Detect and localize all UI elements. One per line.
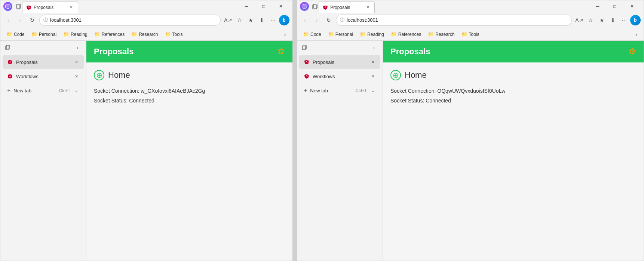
close-btn-2[interactable]: ✕	[623, 0, 641, 12]
address-info-icon-1: ⓘ	[43, 17, 48, 23]
refresh-btn-2[interactable]: ↻	[324, 15, 334, 25]
new-tab-label-1: New tab	[13, 88, 31, 93]
web-content-1: Proposals ⚙ ⊕ Home Socket Connection: w_…	[86, 41, 292, 261]
bookmark-tools-2[interactable]: 📁 Tools	[459, 30, 482, 38]
home-section-2: ⊕ Home	[390, 70, 636, 80]
title-bar-left-1	[3, 2, 22, 11]
bookmark-personal-1[interactable]: 📁 Personal	[28, 30, 59, 38]
tab-title-proposals-1: Proposals	[34, 5, 66, 10]
settings-gear-icon-1[interactable]: ⚙	[277, 47, 285, 56]
collections-btn-1[interactable]: ★	[245, 15, 256, 25]
win-titlebar-1: Proposals ✕ ─ □ ✕	[0, 0, 292, 12]
address-text-1: localhost:3001	[50, 17, 217, 23]
minimize-btn-2[interactable]: ─	[589, 0, 606, 12]
bing-btn-1[interactable]: b	[279, 15, 289, 25]
bookmark-reading-2[interactable]: 📁 Reading	[357, 30, 387, 38]
sidebar-collapse-btn-2[interactable]: ›	[370, 44, 378, 52]
browser-tab-proposals-2[interactable]: Proposals ✕	[319, 1, 375, 13]
collections-btn-2[interactable]: ★	[597, 15, 607, 25]
tab-close-proposals-2[interactable]: ✕	[365, 4, 371, 10]
socket-status-1: Socket Status: Connected	[94, 98, 285, 104]
browser-window-2: Proposals ✕ ─ □ ✕ ‹ › ↻ ⓘ localhost:3001…	[297, 0, 644, 261]
refresh-btn-1[interactable]: ↻	[27, 15, 37, 25]
sidebar-new-tab-2[interactable]: + New tab Ctrl+T ⌄	[299, 84, 380, 97]
tab-strip-copy-icon-2[interactable]	[311, 3, 319, 10]
bookmark-references-1[interactable]: 📁 References	[91, 30, 128, 38]
sidebar-tab-workflows-2[interactable]: Workflows ✕	[299, 70, 380, 83]
toolbar-actions-1: 𝖠↗ ☆ ★ ⬇ ⋯ b	[223, 15, 289, 25]
maximize-btn-2[interactable]: □	[606, 0, 623, 12]
title-bar-left-2	[300, 2, 319, 11]
browser-tab-proposals-1[interactable]: Proposals ✕	[22, 1, 78, 13]
address-text-2: localhost:3001	[347, 17, 568, 23]
bookmark-research-2[interactable]: 📁 Research	[425, 30, 457, 38]
favorites-btn-2[interactable]: ☆	[585, 15, 596, 25]
bookmark-code-1[interactable]: 📁 Code	[3, 30, 28, 38]
bookmarks-more-1[interactable]: ›	[280, 30, 289, 39]
new-tab-dropdown-1[interactable]: ⌄	[73, 87, 79, 93]
download-btn-1[interactable]: ⬇	[257, 15, 267, 25]
read-aloud-btn-1[interactable]: 𝖠↗	[223, 15, 233, 25]
address-bar-2[interactable]: ⓘ localhost:3001	[336, 15, 572, 26]
sidebar-tab-proposals-2[interactable]: Proposals ✕	[299, 55, 380, 69]
web-content-2: Proposals ⚙ ⊕ Home Socket Connection: OQ…	[383, 41, 644, 261]
back-btn-2[interactable]: ‹	[300, 15, 310, 25]
sidebar-tab-close-proposals-1[interactable]: ✕	[73, 59, 79, 65]
address-bar-1[interactable]: ⓘ localhost:3001	[39, 15, 221, 26]
browser-content-1: › Proposals ✕	[0, 41, 292, 261]
new-tab-shortcut-2: Ctrl+T	[356, 88, 367, 93]
new-tab-label-2: New tab	[310, 88, 328, 93]
app-header-1: Proposals ⚙	[86, 41, 292, 62]
home-section-1: ⊕ Home	[94, 70, 285, 80]
bing-btn-2[interactable]: b	[630, 15, 641, 25]
read-aloud-btn-2[interactable]: 𝖠↗	[574, 15, 585, 25]
tab-close-proposals-1[interactable]: ✕	[68, 4, 74, 10]
sidebar-header-1: ›	[0, 41, 86, 55]
sidebar-tab-close-proposals-2-item[interactable]: ✕	[370, 59, 376, 65]
sidebar-copy-icon-2[interactable]	[301, 44, 307, 52]
sidebar-favicon-workflows-1	[7, 73, 13, 79]
bookmarks-more-2[interactable]: ›	[632, 30, 641, 39]
bookmark-references-2[interactable]: 📁 References	[388, 30, 424, 38]
sidebar-favicon-proposals-2-item	[304, 59, 310, 65]
bookmark-personal-2[interactable]: 📁 Personal	[325, 30, 356, 38]
new-tab-dropdown-2[interactable]: ⌄	[370, 87, 376, 93]
sidebar-collapse-btn-1[interactable]: ›	[73, 44, 82, 52]
tab-strip-copy-icon-1[interactable]	[15, 3, 22, 10]
sidebar-2: › Proposals ✕	[297, 41, 383, 261]
browser-content-2: › Proposals ✕	[297, 41, 644, 261]
avatar-1	[3, 2, 12, 11]
bookmark-reading-1[interactable]: 📁 Reading	[60, 30, 91, 38]
sidebar-tab-workflows-1[interactable]: Workflows ✕	[3, 70, 84, 83]
socket-status-2: Socket Status: Connected	[390, 98, 636, 104]
avatar-2	[300, 2, 309, 11]
minimize-btn-1[interactable]: ─	[238, 0, 255, 12]
toolbar-2: ‹ › ↻ ⓘ localhost:3001 𝖠↗ ☆ ★ ⬇ ⋯ b	[297, 12, 644, 28]
bookmark-research-1[interactable]: 📁 Research	[128, 30, 161, 38]
sidebar-tab-close-workflows-2-item[interactable]: ✕	[370, 73, 376, 79]
address-info-icon-2: ⓘ	[340, 17, 344, 23]
close-btn-1[interactable]: ✕	[272, 0, 289, 12]
toolbar-actions-2: 𝖠↗ ☆ ★ ⬇ ⋯ b	[574, 15, 641, 25]
home-circle-icon-1: ⊕	[94, 70, 104, 80]
sidebar-tab-proposals-1[interactable]: Proposals ✕	[3, 55, 84, 69]
favorites-btn-1[interactable]: ☆	[234, 15, 245, 25]
socket-connection-1: Socket Connection: w_GXoIovxi6AIAeBJAc2G…	[94, 88, 285, 94]
bookmark-tools-1[interactable]: 📁 Tools	[162, 30, 186, 38]
home-title-1: Home	[108, 70, 130, 80]
maximize-btn-1[interactable]: □	[255, 0, 272, 12]
title-bar-tabs-1: Proposals ✕	[22, 0, 238, 13]
forward-btn-2[interactable]: ›	[312, 15, 322, 25]
sidebar-tab-title-workflows-1: Workflows	[16, 74, 70, 79]
more-btn-1[interactable]: ⋯	[268, 15, 278, 25]
sidebar-tab-close-workflows-1[interactable]: ✕	[73, 73, 79, 79]
download-btn-2[interactable]: ⬇	[608, 15, 618, 25]
sidebar-new-tab-1[interactable]: + New tab Ctrl+T ⌄	[3, 84, 84, 97]
more-btn-2[interactable]: ⋯	[619, 15, 629, 25]
forward-btn-1[interactable]: ›	[15, 15, 25, 25]
settings-gear-icon-2[interactable]: ⚙	[629, 47, 636, 56]
sidebar-copy-icon-1[interactable]	[5, 44, 11, 52]
back-btn-1[interactable]: ‹	[3, 15, 13, 25]
app-body-1: ⊕ Home Socket Connection: w_GXoIovxi6AIA…	[86, 62, 292, 261]
bookmark-code-2[interactable]: 📁 Code	[300, 30, 324, 38]
